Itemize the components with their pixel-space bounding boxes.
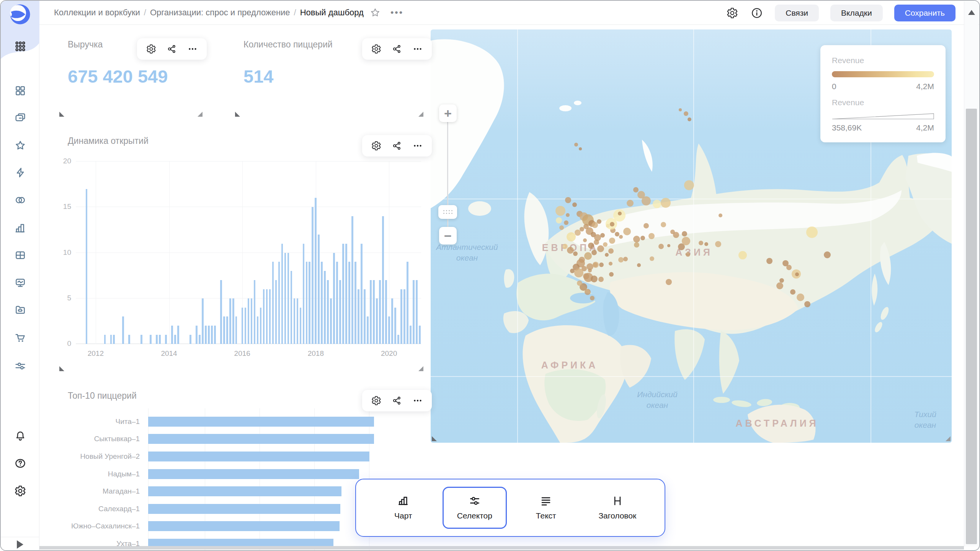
map-data-point[interactable] <box>806 227 818 238</box>
dynamics-bar[interactable] <box>269 289 271 344</box>
map-data-point[interactable] <box>782 260 789 266</box>
map-data-point[interactable] <box>642 196 651 205</box>
dynamics-bar[interactable] <box>294 298 296 344</box>
resize-handle[interactable] <box>235 112 240 117</box>
map-data-point[interactable] <box>738 251 747 259</box>
dynamics-bar[interactable] <box>196 326 198 344</box>
dashboards-icon[interactable] <box>1 82 39 99</box>
dynamics-bar[interactable] <box>245 308 247 344</box>
collections-icon[interactable] <box>1 109 39 127</box>
dynamics-bar[interactable] <box>202 298 204 344</box>
dynamics-bar[interactable] <box>394 308 396 344</box>
dynamics-bar[interactable] <box>297 298 299 344</box>
map-data-point[interactable] <box>597 219 601 224</box>
notifications-bell-icon[interactable] <box>1 427 39 445</box>
apps-grid-icon[interactable] <box>1 37 39 55</box>
dynamics-bar[interactable] <box>113 335 115 344</box>
dynamics-bar[interactable] <box>220 280 222 344</box>
map-data-point[interactable] <box>682 231 687 236</box>
dynamics-bar[interactable] <box>315 198 317 344</box>
map-data-point[interactable] <box>699 241 703 245</box>
favorites-star-icon[interactable] <box>1 137 39 154</box>
map-data-point[interactable] <box>603 242 608 247</box>
resize-handle[interactable] <box>59 366 64 371</box>
dynamics-bar[interactable] <box>385 280 387 344</box>
dynamics-bar[interactable] <box>388 316 390 344</box>
links-button[interactable]: Связи <box>775 5 819 21</box>
connections-icon[interactable] <box>1 191 39 209</box>
add-heading-button[interactable]: Заголовок <box>585 487 650 529</box>
dynamics-bar[interactable] <box>373 280 375 344</box>
map-data-point[interactable] <box>566 213 570 217</box>
settings-gear-icon[interactable] <box>726 7 739 20</box>
map-data-point[interactable] <box>686 252 690 257</box>
dynamics-bar[interactable] <box>339 280 341 344</box>
map-data-point[interactable] <box>795 272 799 276</box>
save-button[interactable]: Сохранить <box>894 5 956 21</box>
dynamics-bar[interactable] <box>232 298 234 344</box>
map-data-point[interactable] <box>627 200 634 207</box>
info-icon[interactable] <box>750 7 763 20</box>
dynamics-bar[interactable] <box>211 326 213 344</box>
map-data-point[interactable] <box>644 223 649 228</box>
dynamics-bar[interactable] <box>391 298 393 344</box>
dynamics-bar[interactable] <box>284 253 286 344</box>
dynamics-bar[interactable] <box>403 289 405 344</box>
map-data-point[interactable] <box>688 117 691 121</box>
vertical-scrollbar-thumb[interactable] <box>966 109 977 544</box>
map-data-point[interactable] <box>590 296 595 300</box>
dynamics-bar[interactable] <box>281 244 283 344</box>
dynamics-bar[interactable] <box>248 298 250 344</box>
widget-share-links-icon[interactable] <box>392 396 402 406</box>
map-data-point[interactable] <box>585 289 591 295</box>
star-icon[interactable] <box>370 7 381 18</box>
top10-bar[interactable] <box>148 417 374 427</box>
dynamics-bar[interactable] <box>272 262 274 344</box>
widget-settings-gear-icon[interactable] <box>371 396 381 406</box>
map-data-point[interactable] <box>704 242 708 246</box>
dynamics-bar[interactable] <box>275 280 277 344</box>
dynamics-bar[interactable] <box>348 262 350 344</box>
dynamics-bar[interactable] <box>410 326 412 344</box>
widget-share-links-icon[interactable] <box>392 141 402 151</box>
dynamics-bar[interactable] <box>364 289 366 344</box>
dynamics-bar[interactable] <box>397 335 399 344</box>
map-data-point[interactable] <box>610 222 614 227</box>
dynamics-bar[interactable] <box>189 335 191 344</box>
map-data-point[interactable] <box>591 250 597 255</box>
map-data-point[interactable] <box>715 241 721 247</box>
widget-settings-gear-icon[interactable] <box>371 141 381 151</box>
map-data-point[interactable] <box>682 237 690 245</box>
resize-handle[interactable] <box>418 112 423 117</box>
dynamics-bar[interactable] <box>400 289 402 344</box>
dynamics-bar[interactable] <box>165 335 167 344</box>
map-data-point[interactable] <box>658 244 664 249</box>
map-data-point[interactable] <box>583 238 587 242</box>
charts-bars-icon[interactable] <box>1 219 39 237</box>
map-data-point[interactable] <box>579 147 582 150</box>
map-data-point[interactable] <box>609 272 614 277</box>
map-data-point[interactable] <box>653 200 661 208</box>
dynamics-bar[interactable] <box>309 262 310 344</box>
dynamics-bar[interactable] <box>223 316 225 344</box>
dynamics-bar[interactable] <box>318 235 320 344</box>
map-data-point[interactable] <box>667 244 670 247</box>
dynamics-bar[interactable] <box>263 289 265 344</box>
dynamics-bar[interactable] <box>407 262 408 344</box>
map-zoom-out-button[interactable]: − <box>439 227 457 245</box>
top10-bar[interactable] <box>148 504 340 514</box>
resize-handle[interactable] <box>418 366 423 371</box>
map-zoom-slider-handle[interactable] <box>438 205 457 219</box>
add-selector-button[interactable]: Селектор <box>443 487 507 529</box>
dynamics-bar[interactable] <box>361 244 363 344</box>
editor-monitor-icon[interactable] <box>1 274 39 292</box>
dynamics-bar[interactable] <box>382 216 384 344</box>
resize-handle[interactable] <box>198 112 203 117</box>
dynamics-bar[interactable] <box>345 244 347 344</box>
dynamics-bar[interactable] <box>242 308 243 344</box>
top10-bar[interactable] <box>148 469 359 479</box>
map-data-point[interactable] <box>633 236 640 243</box>
resize-handle[interactable] <box>946 436 951 441</box>
dynamics-bar[interactable] <box>278 262 280 344</box>
top10-bar[interactable] <box>148 521 340 531</box>
